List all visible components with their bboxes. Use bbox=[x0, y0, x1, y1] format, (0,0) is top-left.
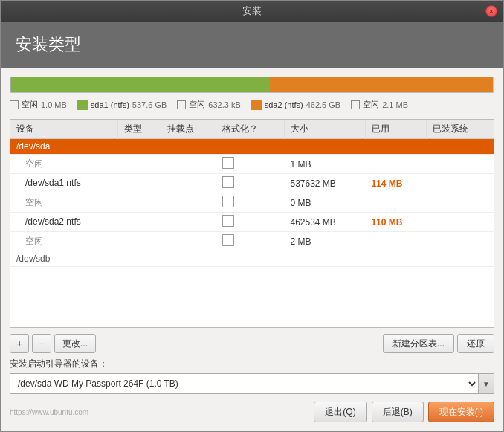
partition-table-container[interactable]: 设备 类型 挂载点 格式化？ 大小 已用 已装系统 /dev/sda bbox=[10, 119, 494, 328]
partition-actions-bar: + − 更改... 新建分区表... 还原 bbox=[10, 334, 494, 353]
cell-format bbox=[216, 193, 285, 213]
cell-mount bbox=[161, 232, 216, 251]
cell-device: /dev/sda1 ntfs bbox=[10, 174, 118, 193]
format-checkbox[interactable] bbox=[222, 157, 234, 169]
cell-type bbox=[118, 193, 161, 213]
cell-type bbox=[118, 139, 161, 155]
close-button[interactable]: × bbox=[485, 5, 497, 17]
cell-type bbox=[118, 174, 161, 193]
cell-device: 空闲 bbox=[10, 232, 118, 251]
legend-check-free2 bbox=[177, 100, 186, 109]
cell-mount bbox=[161, 139, 216, 155]
quit-button[interactable]: 退出(Q) bbox=[314, 402, 366, 422]
cell-size: 2 MB bbox=[284, 232, 365, 251]
cell-size: 1 MB bbox=[284, 155, 365, 174]
table-row[interactable]: /dev/sda2 ntfs 462534 MB 110 MB bbox=[10, 213, 494, 232]
boot-select-arrow[interactable]: ▼ bbox=[478, 373, 494, 394]
format-checkbox[interactable] bbox=[222, 176, 234, 188]
main-area: 空闲 1.0 MB sda1 (ntfs) 537.6 GB 空闲 632.3 … bbox=[1, 68, 503, 431]
cell-type bbox=[118, 232, 161, 251]
cell-device: /dev/sda2 ntfs bbox=[10, 213, 118, 232]
cell-mount bbox=[161, 251, 216, 267]
cell-format bbox=[216, 232, 285, 251]
table-row[interactable]: 空闲 0 MB bbox=[10, 193, 494, 213]
main-window: 安装 × 安装类型 空闲 1.0 MB sda1 (ntfs) 537.6 G bbox=[0, 0, 504, 432]
col-header-device: 设备 bbox=[10, 120, 118, 139]
boot-device-label: 安装启动引导器的设备： bbox=[10, 358, 494, 370]
table-row[interactable]: /dev/sda1 ntfs 537632 MB 114 MB bbox=[10, 174, 494, 193]
install-button[interactable]: 现在安装(I) bbox=[428, 402, 494, 422]
format-checkbox[interactable] bbox=[222, 196, 234, 207]
disk-bar-free3 bbox=[493, 77, 494, 92]
action-row: https://www.ubuntu.com 退出(Q) 后退(B) 现在安装(… bbox=[10, 402, 494, 425]
cell-used bbox=[365, 232, 426, 251]
cell-type bbox=[118, 213, 161, 232]
cell-size: 462534 MB bbox=[284, 213, 365, 232]
page-title: 安装类型 bbox=[16, 33, 488, 56]
disk-bar bbox=[10, 77, 494, 93]
table-row[interactable]: 空闲 1 MB bbox=[10, 155, 494, 174]
back-button[interactable]: 后退(B) bbox=[372, 402, 424, 422]
cell-device: 空闲 bbox=[10, 193, 118, 213]
cell-device: 空闲 bbox=[10, 155, 118, 174]
cell-format bbox=[216, 251, 285, 267]
cell-format bbox=[216, 174, 285, 193]
col-header-size: 大小 bbox=[284, 120, 365, 139]
legend-free2: 空闲 632.3 kB bbox=[177, 99, 240, 110]
legend-check-free3 bbox=[351, 100, 360, 109]
col-header-used: 已用 bbox=[365, 120, 426, 139]
table-row[interactable]: /dev/sdb bbox=[10, 251, 494, 267]
new-partition-table-button[interactable]: 新建分区表... bbox=[383, 334, 454, 353]
add-partition-button[interactable]: + bbox=[10, 334, 29, 353]
table-row[interactable]: 空闲 2 MB bbox=[10, 232, 494, 251]
legend-color-sda2 bbox=[251, 100, 262, 110]
cell-used bbox=[365, 139, 426, 155]
revert-button[interactable]: 还原 bbox=[457, 334, 494, 353]
legend-free1: 空闲 1.0 MB bbox=[10, 99, 67, 110]
legend-sda2: sda2 (ntfs) 462.5 GB bbox=[251, 99, 340, 110]
cell-format bbox=[216, 213, 285, 232]
disk-bar-sda1 bbox=[11, 77, 270, 92]
cell-used: 110 MB bbox=[365, 213, 426, 232]
legend-check-free1 bbox=[10, 100, 19, 109]
cell-type bbox=[118, 155, 161, 174]
cell-os bbox=[426, 232, 494, 251]
col-header-os: 已装系统 bbox=[426, 120, 494, 139]
cell-mount bbox=[161, 193, 216, 213]
cell-size: 0 MB bbox=[284, 193, 365, 213]
cell-type bbox=[118, 251, 161, 267]
remove-partition-button[interactable]: − bbox=[32, 334, 51, 353]
boot-device-select[interactable]: /dev/sda WD My Passport 264F (1.0 TB) bbox=[10, 373, 478, 394]
legend-color-sda1 bbox=[77, 100, 88, 110]
change-partition-button[interactable]: 更改... bbox=[54, 334, 96, 353]
table-row[interactable]: /dev/sda bbox=[10, 139, 494, 155]
cell-size bbox=[284, 251, 365, 267]
cell-used: 114 MB bbox=[365, 174, 426, 193]
disk-bar-sda2 bbox=[270, 77, 493, 92]
cell-size bbox=[284, 139, 365, 155]
cell-format bbox=[216, 139, 285, 155]
table-header-row: 设备 类型 挂载点 格式化？ 大小 已用 已装系统 bbox=[10, 120, 494, 139]
legend-free3: 空闲 2.1 MB bbox=[351, 99, 408, 110]
cell-mount bbox=[161, 155, 216, 174]
format-checkbox[interactable] bbox=[222, 215, 234, 227]
titlebar: 安装 × bbox=[1, 1, 503, 22]
cell-os bbox=[426, 251, 494, 267]
col-header-type: 类型 bbox=[118, 120, 161, 139]
cell-used bbox=[365, 155, 426, 174]
cell-os bbox=[426, 174, 494, 193]
page-header: 安装类型 bbox=[1, 22, 503, 68]
format-checkbox[interactable] bbox=[222, 234, 234, 246]
watermark: https://www.ubuntu.com bbox=[10, 408, 88, 416]
cell-os bbox=[426, 155, 494, 174]
cell-device: /dev/sda bbox=[10, 139, 118, 155]
partition-table: 设备 类型 挂载点 格式化？ 大小 已用 已装系统 /dev/sda bbox=[10, 120, 494, 267]
col-header-mount: 挂载点 bbox=[161, 120, 216, 139]
col-header-format: 格式化？ bbox=[216, 120, 285, 139]
cell-size: 537632 MB bbox=[284, 174, 365, 193]
cell-device: /dev/sdb bbox=[10, 251, 118, 267]
cell-format bbox=[216, 155, 285, 174]
disk-legend: 空闲 1.0 MB sda1 (ntfs) 537.6 GB 空闲 632.3 … bbox=[10, 99, 494, 112]
window-title: 安装 bbox=[242, 4, 262, 18]
cell-os bbox=[426, 213, 494, 232]
